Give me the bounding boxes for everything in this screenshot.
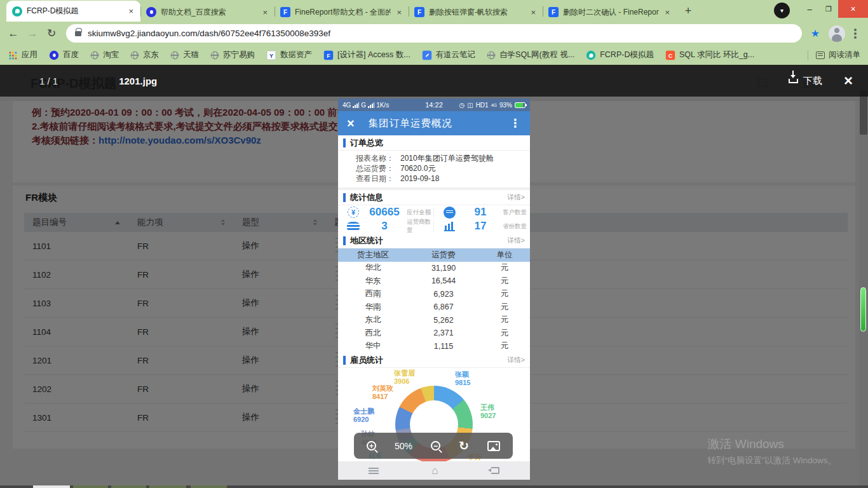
region-column-header: 运货费: [408, 250, 479, 261]
bookmark-star-icon[interactable]: ★: [807, 27, 824, 39]
tab-active[interactable]: FCRP-D模拟题×: [6, 1, 140, 22]
bookmark-item[interactable]: 自学SQL网(教程 视...: [487, 50, 574, 60]
region-cell: 元: [479, 276, 530, 287]
minimize-button[interactable]: –: [800, 0, 819, 18]
zoom-level: 50%: [395, 441, 412, 451]
bookmark-item[interactable]: 数据资产: [266, 50, 312, 60]
app-menu-icon[interactable]: ⋮: [510, 116, 521, 130]
bookmark-label: 数据资产: [280, 50, 312, 60]
yen-icon-shape: ¥: [348, 207, 359, 218]
page-region: FCRP-D模拟题 全屏 例：预约2020-04-01 09：00：00 考试，…: [0, 65, 868, 488]
window-close-button[interactable]: ×: [838, 0, 868, 18]
profile-avatar[interactable]: [829, 25, 845, 42]
tab-close-icon[interactable]: ×: [395, 8, 403, 17]
employee-more-link[interactable]: 详情>: [508, 356, 525, 365]
stats-more-link[interactable]: 详情>: [508, 193, 525, 202]
url-text[interactable]: skiumw8vg2.jiandaoyun.com/dash/60752ee4f…: [88, 29, 330, 38]
taskbar-segment: [149, 485, 186, 488]
taskbar-segment: [73, 485, 108, 488]
tab-item[interactable]: 删除时二次确认 - FineReport×: [543, 3, 677, 22]
bookmark-item[interactable]: 有道云笔记: [422, 50, 476, 60]
tab-close-icon[interactable]: ×: [663, 8, 671, 17]
csdn-icon: [666, 50, 675, 59]
zoom-in-icon[interactable]: +: [367, 441, 376, 451]
app-close-icon[interactable]: ×: [347, 116, 355, 131]
bookmark-label: 百度: [63, 50, 79, 60]
android-menu-icon[interactable]: [369, 468, 379, 474]
donut-label: 张颖9815: [455, 370, 470, 387]
region-cell: 元: [479, 328, 530, 339]
donut-label: 金士鹏6920: [353, 407, 374, 424]
scroll-indicator[interactable]: [860, 287, 866, 332]
new-tab-button[interactable]: +: [679, 2, 697, 20]
overview-section-header: 订单总览: [338, 135, 530, 151]
address-bar[interactable]: skiumw8vg2.jiandaoyun.com/dash/60752ee4f…: [66, 24, 802, 43]
bookmark-item[interactable]: 天猫: [170, 50, 199, 60]
reading-list-label[interactable]: 阅读清单: [829, 50, 860, 60]
taskbar-edge: [0, 485, 868, 488]
tab-title: 删除时二次确认 - FineReport: [563, 7, 659, 18]
bookmark-label: 自学SQL网(教程 视...: [499, 50, 574, 60]
download-button[interactable]: 下载: [803, 75, 822, 87]
profile-button[interactable]: ▾: [774, 3, 790, 18]
original-image-icon[interactable]: [487, 441, 500, 451]
bookmark-item[interactable]: 苏宁易购: [210, 50, 255, 60]
globe-icon: [91, 51, 99, 59]
region-cell: 华中: [338, 341, 408, 351]
bookmark-item[interactable]: [设计器] Access 数...: [323, 50, 410, 60]
browser-menu-icon[interactable]: [854, 32, 857, 35]
donut-label-value: 8417: [372, 393, 393, 401]
section-accent-bar: [343, 236, 346, 245]
tab-close-icon[interactable]: ×: [529, 8, 537, 17]
region-cell: 16,544: [408, 276, 479, 285]
lightbox-close-button[interactable]: ×: [844, 73, 853, 88]
finereport-favicon-icon: [548, 7, 559, 17]
tabs-container: FCRP-D模拟题×帮助文档_百度搜索×FineReport帮助文档 - 全面的…: [0, 0, 677, 22]
tab-title: 删除按钮弹窗-帆软搜索: [429, 7, 525, 18]
region-cell: 西北: [338, 328, 408, 339]
bookmark-item[interactable]: 百度: [49, 50, 79, 60]
youdao-icon: [422, 50, 431, 59]
stats-title: 统计信息: [350, 192, 383, 203]
baidu-favicon-icon: [146, 7, 156, 17]
vibrate-icon: ◫: [467, 102, 473, 109]
donut-label: 刘英玫8417: [372, 384, 393, 401]
hd-label: HD1: [476, 102, 489, 109]
tab-item[interactable]: 帮助文档_百度搜索×: [140, 3, 275, 22]
stat-value: 91: [462, 206, 499, 219]
stat-item: 3运货商数量: [338, 219, 434, 233]
tab-close-icon[interactable]: ×: [261, 8, 269, 17]
android-home-icon[interactable]: ⌂: [431, 465, 438, 476]
overview-value: 2019-09-18: [400, 174, 439, 183]
rotate-icon[interactable]: ↻: [459, 440, 469, 452]
forward-button[interactable]: →: [23, 27, 42, 40]
windows-activation-watermark: 激活 Windows 转到“电脑设置”以激活 Windows。: [707, 436, 836, 466]
tab-item[interactable]: FineReport帮助文档 - 全面的×: [275, 3, 409, 22]
stat-value: 17: [462, 220, 499, 233]
bookmark-item[interactable]: 应用: [8, 50, 37, 60]
bookmark-item[interactable]: 京东: [130, 50, 159, 60]
bookmark-label: 淘宝: [103, 50, 119, 60]
stat-value: 60665: [366, 206, 403, 219]
reload-button[interactable]: ↻: [42, 27, 61, 40]
net-sup-label: 4G: [491, 103, 497, 107]
back-button[interactable]: ←: [4, 27, 23, 40]
phone-content: 订单总览 报表名称：2010年集团订单运费驾驶舱总运货费：70620.0元查看日…: [338, 135, 530, 461]
restore-button[interactable]: ❐: [819, 0, 838, 18]
android-back-icon[interactable]: [491, 467, 499, 474]
bookmark-item[interactable]: 淘宝: [90, 50, 119, 60]
tab-item[interactable]: 删除按钮弹窗-帆软搜索×: [409, 3, 543, 22]
region-cell: 元: [479, 288, 530, 299]
lock-icon: [75, 31, 81, 36]
region-more-link[interactable]: 详情>: [508, 236, 525, 245]
donut-label-name: 王伟: [480, 403, 496, 412]
card-icon-shape: [444, 207, 456, 219]
bookmark-item[interactable]: SQL 求同比 环比_g...: [665, 50, 754, 60]
section-accent-bar: [343, 139, 346, 147]
bookmark-label: FCRP-D模拟题: [600, 50, 654, 60]
tab-close-icon[interactable]: ×: [127, 6, 135, 16]
bookmark-item[interactable]: FCRP-D模拟题: [586, 50, 654, 60]
alarm-icon: ◷: [459, 102, 465, 109]
baidu-icon: [50, 50, 58, 59]
zoom-out-icon[interactable]: −: [431, 441, 440, 451]
